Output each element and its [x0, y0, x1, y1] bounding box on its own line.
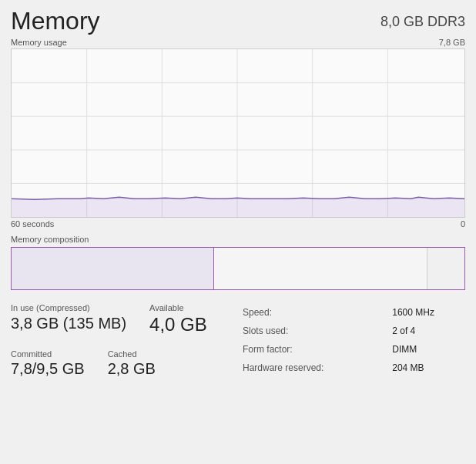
in-use-available-row: In use (Compressed) 3,8 GB (135 MB) Avai…: [11, 302, 235, 342]
header: Memory 8,0 GB DDR3: [11, 8, 465, 35]
slots-value: 2 of 4: [392, 322, 464, 339]
committed-cached-row: Committed 7,8/9,5 GB Cached 2,8 GB: [11, 349, 235, 385]
page-title: Memory: [11, 8, 100, 35]
stats-right: Speed: 1600 MHz Slots used: 2 of 4 Form …: [235, 302, 465, 391]
slots-label: Slots used:: [243, 322, 391, 339]
available-label: Available: [149, 302, 207, 314]
hw-reserved-row: Hardware reserved: 204 MB: [243, 359, 464, 376]
slots-row: Slots used: 2 of 4: [243, 322, 464, 339]
form-value: DIMM: [392, 341, 464, 358]
composition-section: Memory composition: [11, 235, 465, 290]
right-stats-table: Speed: 1600 MHz Slots used: 2 of 4 Form …: [241, 302, 465, 378]
speed-row: Speed: 1600 MHz: [243, 304, 464, 321]
in-use-group: In use (Compressed) 3,8 GB (135 MB): [11, 302, 126, 335]
graph-svg: [12, 49, 464, 217]
available-group: Available 4,0 GB: [149, 302, 207, 335]
graph-max-label: 7,8 GB: [439, 38, 465, 47]
committed-label: Committed: [11, 349, 85, 360]
form-row: Form factor: DIMM: [243, 341, 464, 358]
cached-value: 2,8 GB: [108, 360, 156, 377]
committed-group: Committed 7,8/9,5 GB: [11, 349, 85, 377]
form-label: Form factor:: [243, 341, 391, 358]
available-value: 4,0 GB: [149, 315, 207, 335]
stats-section: In use (Compressed) 3,8 GB (135 MB) Avai…: [11, 302, 465, 391]
comp-segment-available: [214, 248, 427, 289]
memory-type: 8,0 GB DDR3: [380, 14, 465, 30]
graph-label-row: Memory usage 7,8 GB: [11, 38, 465, 47]
speed-value: 1600 MHz: [392, 304, 464, 321]
graph-label: Memory usage: [11, 38, 67, 47]
time-end-label: 0: [461, 219, 465, 229]
graph-time-row: 60 seconds 0: [11, 219, 465, 229]
hw-reserved-label: Hardware reserved:: [243, 359, 391, 376]
comp-segment-inuse: [12, 248, 214, 289]
composition-bar: [11, 247, 465, 290]
in-use-value: 3,8 GB (135 MB): [11, 315, 126, 332]
main-container: Memory 8,0 GB DDR3 Memory usage 7,8 GB: [0, 0, 476, 399]
cached-label: Cached: [108, 349, 156, 360]
comp-segment-reserved: [427, 248, 464, 289]
composition-label: Memory composition: [11, 235, 465, 244]
hw-reserved-value: 204 MB: [392, 359, 464, 376]
time-start-label: 60 seconds: [11, 219, 54, 229]
graph-container: [11, 48, 465, 218]
in-use-label: In use (Compressed): [11, 302, 126, 314]
committed-value: 7,8/9,5 GB: [11, 360, 85, 377]
cached-group: Cached 2,8 GB: [108, 349, 156, 377]
graph-section: Memory usage 7,8 GB 60 secon: [11, 38, 465, 229]
stats-left: In use (Compressed) 3,8 GB (135 MB) Avai…: [11, 302, 235, 391]
speed-label: Speed:: [243, 304, 391, 321]
